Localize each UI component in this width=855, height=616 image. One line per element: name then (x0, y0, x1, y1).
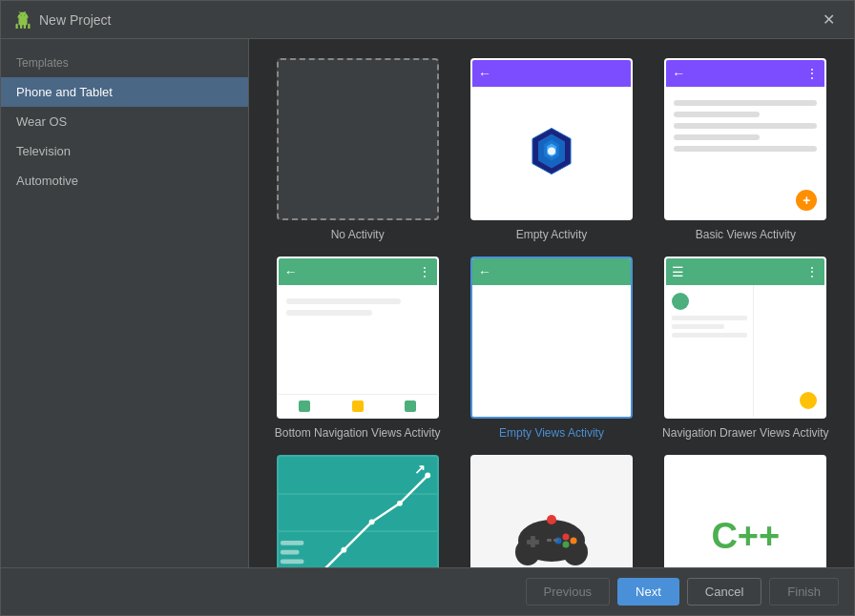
game-controller-icon (513, 503, 590, 567)
sidebar: Templates Phone and Tablet Wear OS Telev… (1, 39, 249, 567)
cancel-button[interactable]: Cancel (687, 578, 761, 606)
empty-views-label: Empty Views Activity (499, 426, 604, 440)
empty-views-bar: ← (472, 258, 631, 285)
svg-point-31 (547, 515, 556, 524)
basic-views-fab: + (796, 190, 817, 211)
sidebar-section-label: Templates (1, 49, 248, 77)
native-cpp-thumb: C++ (664, 455, 826, 567)
no-activity-thumb (277, 58, 439, 220)
svg-point-27 (562, 542, 569, 548)
drawer-panel (666, 285, 753, 417)
chart-svg: ↗ (279, 457, 437, 567)
title-bar: New Project ✕ (1, 1, 854, 39)
basic-views-bar: ← ⋮ (666, 60, 824, 87)
svg-text:↗: ↗ (413, 462, 425, 477)
sidebar-item-television[interactable]: Television (1, 136, 248, 166)
new-project-dialog: New Project ✕ Templates Phone and Tablet… (0, 0, 855, 616)
template-no-activity[interactable]: No Activity (268, 58, 447, 241)
drawer-line-3 (672, 333, 746, 338)
nav-drawer-dots-icon: ⋮ (805, 264, 819, 279)
basic-views-thumb: ← ⋮ + (664, 58, 826, 220)
list-line-4 (674, 134, 760, 140)
nav-drawer-menu-icon: ☰ (672, 265, 685, 278)
game-activity-thumb (470, 455, 633, 567)
bottom-nav-thumb: ← ⋮ (277, 257, 439, 419)
templates-grid: No Activity ← (268, 58, 835, 567)
bottom-nav-bar-bottom (279, 394, 437, 417)
empty-activity-logo (529, 127, 574, 179)
template-empty-views[interactable]: ← Empty Views Activity (462, 257, 640, 440)
close-button[interactable]: ✕ (817, 9, 841, 31)
drawer-circle (672, 293, 689, 310)
previous-button[interactable]: Previous (526, 578, 611, 606)
bottom-nav-label: Bottom Navigation Views Activity (275, 426, 441, 440)
nav-drawer-bar: ☰ ⋮ (666, 258, 824, 285)
template-responsive-views[interactable]: ↗ Responsive Views Activity (268, 455, 447, 567)
dialog-content: Templates Phone and Tablet Wear OS Telev… (1, 39, 854, 567)
svg-rect-15 (281, 541, 303, 545)
next-button[interactable]: Next (617, 578, 679, 606)
responsive-chart: ↗ (279, 457, 437, 567)
bottom-nav-dots-icon: ⋮ (418, 264, 431, 279)
basic-views-dots-icon: ⋮ (805, 66, 819, 81)
bottom-nav-line-2 (286, 310, 372, 316)
empty-activity-label: Empty Activity (516, 228, 588, 241)
sidebar-item-wear-os[interactable]: Wear OS (1, 107, 248, 136)
sidebar-item-phone-tablet[interactable]: Phone and Tablet (1, 77, 248, 107)
nav-drawer-fab (800, 392, 817, 409)
basic-views-back-icon: ← (672, 67, 685, 80)
drawer-line-1 (672, 316, 746, 320)
cpp-text: C++ (711, 516, 780, 557)
svg-point-12 (368, 519, 374, 524)
svg-point-26 (570, 538, 576, 544)
drawer-line-2 (672, 324, 724, 329)
template-game-activity[interactable]: Game Activity (462, 455, 640, 567)
svg-point-13 (397, 501, 403, 506)
template-bottom-nav[interactable]: ← ⋮ (268, 257, 447, 440)
basic-views-content: + (666, 87, 824, 218)
finish-button[interactable]: Finish (769, 578, 839, 606)
svg-point-14 (425, 473, 430, 479)
sidebar-item-automotive[interactable]: Automotive (1, 166, 248, 195)
dialog-title: New Project (39, 12, 111, 28)
bottom-nav-bar-top: ← ⋮ (279, 258, 437, 285)
svg-rect-30 (553, 539, 558, 542)
android-icon (14, 11, 31, 29)
empty-activity-thumb: ← (470, 58, 633, 220)
empty-activity-bar: ← (472, 60, 631, 87)
bottom-nav-back-icon: ← (284, 265, 298, 278)
template-native-cpp[interactable]: C++ Native C++ (657, 455, 835, 567)
nav-drawer-content (666, 285, 824, 417)
svg-point-11 (341, 547, 346, 553)
svg-point-4 (548, 148, 555, 155)
empty-views-thumb: ← (470, 257, 633, 419)
templates-grid-area: No Activity ← (249, 39, 854, 567)
bottom-nav-line-1 (286, 298, 401, 304)
list-line-3 (674, 123, 817, 129)
empty-views-back-icon: ← (478, 265, 491, 278)
hex-logo-icon (529, 127, 574, 176)
bottom-nav-tab-3 (405, 400, 416, 412)
responsive-views-thumb: ↗ (277, 455, 439, 567)
title-bar-left: New Project (14, 11, 111, 29)
list-line-5 (674, 146, 817, 152)
svg-point-25 (562, 534, 569, 541)
bottom-nav-tab-1 (299, 400, 310, 412)
list-line-2 (674, 112, 760, 117)
svg-rect-17 (281, 559, 303, 564)
template-basic-views[interactable]: ← ⋮ + (657, 58, 835, 241)
template-nav-drawer[interactable]: ☰ ⋮ Navigatio (657, 257, 835, 440)
svg-rect-24 (527, 540, 539, 544)
template-empty-activity[interactable]: ← (462, 58, 640, 241)
dialog-footer: Previous Next Cancel Finish (1, 567, 854, 615)
basic-views-label: Basic Views Activity (696, 228, 796, 241)
empty-activity-content (472, 87, 631, 218)
svg-rect-29 (547, 539, 552, 542)
bottom-nav-content (279, 285, 437, 394)
basic-views-list (666, 87, 824, 165)
svg-rect-16 (281, 550, 300, 555)
nav-drawer-thumb: ☰ ⋮ (664, 257, 826, 419)
back-arrow-icon: ← (478, 67, 491, 80)
empty-views-content (472, 285, 631, 417)
bottom-nav-tab-2 (352, 400, 364, 412)
